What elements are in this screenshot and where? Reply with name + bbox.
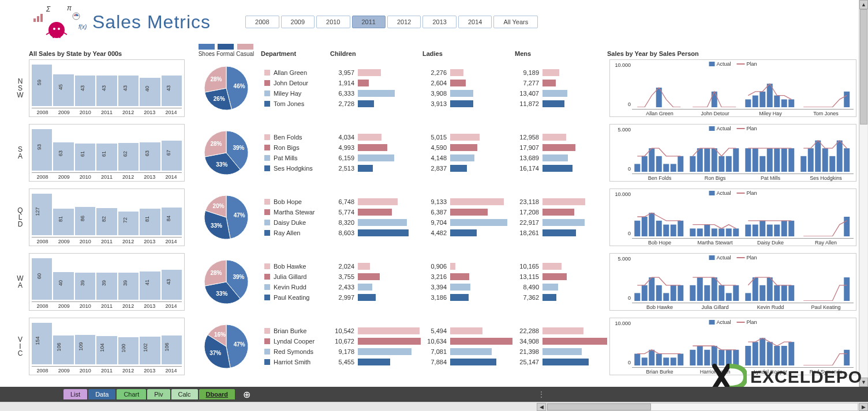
year-button-2008[interactable]: 2008 <box>245 16 279 28</box>
year-button-2013[interactable]: 2013 <box>422 16 456 28</box>
year-button-2014[interactable]: 2014 <box>458 16 492 28</box>
svg-text:47%: 47% <box>234 212 245 218</box>
svg-rect-149 <box>697 346 703 365</box>
sheet-tab-list[interactable]: List <box>63 389 87 399</box>
svg-rect-66 <box>774 148 780 172</box>
children-metrics-wa: 2,0243,7552,4332,997 <box>330 263 422 301</box>
add-sheet-button[interactable]: ⊕ <box>236 389 257 400</box>
svg-rect-154 <box>733 350 739 365</box>
svg-text:47%: 47% <box>234 341 245 348</box>
svg-rect-128 <box>774 285 780 301</box>
svg-rect-159 <box>774 346 780 365</box>
svg-rect-126 <box>760 285 765 301</box>
svg-text:37%: 37% <box>209 350 221 356</box>
scroll-up-arrow[interactable]: ▲ <box>859 0 868 9</box>
scroll-down-arrow[interactable]: ▼ <box>859 378 868 387</box>
year-button-2009[interactable]: 2009 <box>281 16 315 28</box>
state-row-sa: SA93636161626367200820092010201120122013… <box>12 124 856 182</box>
svg-rect-58 <box>712 148 717 172</box>
svg-rect-94 <box>753 225 758 236</box>
sheet-tab-calc[interactable]: Calc <box>171 389 198 399</box>
svg-rect-97 <box>774 225 780 236</box>
horizontal-scrollbar[interactable]: ◀ ▶ <box>0 402 868 411</box>
mens-metrics-qld: 23,11817,20822,91718,261 <box>515 198 607 236</box>
year-button-all-years[interactable]: All Years <box>493 16 538 28</box>
salesperson-label: Ray Allen <box>264 229 330 236</box>
svg-rect-98 <box>781 221 787 236</box>
year-filter-group: 2008200920102011201220132014All Years <box>245 16 538 28</box>
horizontal-scroll-thumb[interactable] <box>547 404 651 410</box>
salesperson-label: Tom Jones <box>264 100 330 107</box>
svg-rect-90 <box>719 228 724 236</box>
svg-rect-156 <box>753 342 758 365</box>
svg-rect-145 <box>663 357 669 365</box>
sheet-tab-chart[interactable]: Chart <box>117 389 146 399</box>
scroll-left-arrow[interactable]: ◀ <box>537 403 546 411</box>
sheet-tab-piv[interactable]: Piv <box>147 389 170 399</box>
svg-rect-80 <box>642 217 648 236</box>
pie-chart-sa: 39%33%28% <box>192 127 261 179</box>
svg-rect-127 <box>767 277 773 301</box>
svg-text:16%: 16% <box>214 331 226 338</box>
state-label-vic: VIC <box>12 336 29 357</box>
state-label-nsw: NSW <box>12 78 29 99</box>
svg-rect-99 <box>788 221 794 236</box>
svg-text:28%: 28% <box>210 76 222 82</box>
svg-rect-53 <box>671 164 676 172</box>
col-header-children: Children <box>330 50 422 57</box>
svg-rect-32 <box>753 96 758 107</box>
bar-chart-wa: 6040393939414320082009201020112012201320… <box>29 253 185 311</box>
state-label-wa: WA <box>12 275 29 289</box>
svg-rect-37 <box>788 99 794 107</box>
salesperson-label: Brian Burke <box>264 327 330 334</box>
salesperson-label: Paul Keating <box>264 294 330 301</box>
svg-rect-62 <box>745 148 751 172</box>
salesperson-label: Bob Hawke <box>264 263 330 270</box>
svg-rect-68 <box>788 148 794 172</box>
pie-chart-wa: 39%33%28% <box>192 256 261 308</box>
svg-rect-115 <box>671 285 676 301</box>
svg-rect-55 <box>690 156 695 172</box>
svg-rect-33 <box>760 92 765 107</box>
svg-rect-63 <box>753 148 758 172</box>
year-button-2010[interactable]: 2010 <box>316 16 350 28</box>
svg-rect-151 <box>712 346 717 365</box>
svg-rect-152 <box>719 350 724 365</box>
sheet-tab-dboard[interactable]: Dboard <box>199 389 235 399</box>
svg-rect-49 <box>642 156 648 172</box>
svg-rect-69 <box>800 156 806 172</box>
year-button-2011[interactable]: 2011 <box>352 16 386 28</box>
svg-text:f(x): f(x) <box>78 24 87 30</box>
state-row-nsw: NSW5945434343404320082009201020112012201… <box>12 59 856 117</box>
col-header-mens: Mens <box>515 50 607 57</box>
svg-rect-92 <box>733 228 739 236</box>
svg-rect-74 <box>837 141 843 172</box>
salesperson-label: Miley Hay <box>264 90 330 97</box>
svg-text:46%: 46% <box>234 83 245 89</box>
sparkline-chart-sa: ActualPlan 5.0000 Ben FoldsRon BigsPat M… <box>609 124 856 182</box>
svg-rect-137 <box>844 277 850 301</box>
svg-point-7 <box>48 22 65 38</box>
svg-text:33%: 33% <box>211 223 222 229</box>
salesperson-label: Martha Stewar <box>264 209 330 216</box>
scroll-right-arrow[interactable]: ▶ <box>859 403 868 411</box>
vertical-scrollbar[interactable]: ▲ ▼ <box>859 0 868 387</box>
svg-rect-51 <box>656 156 662 172</box>
svg-rect-59 <box>719 156 724 172</box>
sparkline-chart-vic: ActualPlan 10.0000 Brian BurkeHarriot Sm… <box>609 318 856 375</box>
svg-rect-118 <box>697 277 703 301</box>
svg-rect-73 <box>829 156 835 172</box>
svg-rect-144 <box>656 354 662 365</box>
col-header-sales-by-person: Sales by Year by Sales Person <box>607 50 856 57</box>
sheet-tab-data[interactable]: Data <box>88 389 115 399</box>
svg-text:33%: 33% <box>216 161 227 168</box>
svg-rect-148 <box>690 350 695 365</box>
svg-rect-120 <box>712 277 717 301</box>
year-button-2012[interactable]: 2012 <box>387 16 421 28</box>
salesperson-label: Ben Folds <box>264 134 330 141</box>
salesperson-label: Allan Green <box>264 69 330 76</box>
mens-metrics-wa: 10,16513,1158,4907,362 <box>515 263 607 301</box>
svg-rect-125 <box>753 277 758 301</box>
svg-text:π: π <box>67 5 72 12</box>
vertical-scroll-thumb[interactable] <box>860 9 867 125</box>
